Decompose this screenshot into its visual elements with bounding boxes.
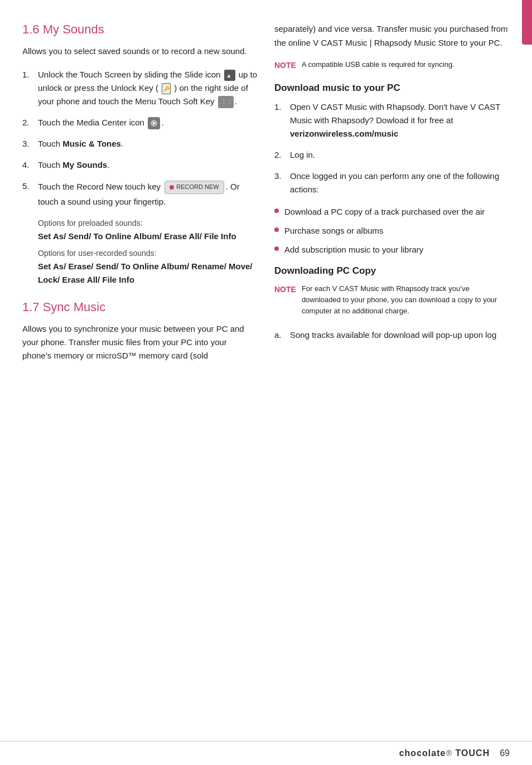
- final-step: a. Song tracks available for download wi…: [274, 328, 510, 342]
- step-1: 1. Unlock the Touch Screen by sliding th…: [22, 68, 258, 108]
- options-recorded-header: Options for user-recorded sounds:: [38, 249, 258, 258]
- step-1-num: 1.: [22, 68, 37, 81]
- bullet-text-2: Purchase songs or albums: [284, 224, 384, 238]
- note-box-2: NOTE For each V CAST Music with Rhapsody…: [274, 283, 510, 317]
- step-5-num: 5.: [22, 180, 37, 193]
- download-title: Download music to your PC: [274, 83, 510, 94]
- download-step-2: 2. Log in.: [274, 148, 510, 162]
- download-step-1: 1. Open V CAST Music with Rhapsody. Don'…: [274, 100, 510, 141]
- step-3-bold: Music & Tones: [62, 139, 121, 148]
- record-new-button[interactable]: RECORD NEW: [165, 181, 224, 194]
- download-step-1-content: Open V CAST Music with Rhapsody. Don't h…: [290, 100, 510, 141]
- right-intro: separately) and vice versa. Transfer mus…: [274, 22, 510, 50]
- note-2-text: For each V CAST Music with Rhapsody trac…: [302, 283, 510, 317]
- bullet-dot-1: [274, 209, 279, 213]
- step-4-bold: My Sounds: [62, 160, 107, 170]
- step-4-content: Touch My Sounds.: [38, 158, 258, 172]
- step-3-content: Touch Music & Tones.: [38, 137, 258, 151]
- bullet-item-3: Add subscription music to your library: [274, 243, 510, 256]
- bullet-list: Download a PC copy of a track purchased …: [274, 205, 510, 256]
- step-2-content: Touch the Media Center icon .: [38, 116, 258, 129]
- bullet-text-1: Download a PC copy of a track purchased …: [284, 205, 485, 219]
- step-5: 5. Touch the Record New touch key RECORD…: [22, 180, 258, 209]
- product-name: TOUCH: [456, 748, 490, 758]
- section-title-my-sounds: 1.6 My Sounds: [22, 22, 258, 37]
- final-step-text: Song tracks available for download will …: [290, 328, 496, 342]
- footer: chocolate® TOUCH 69: [0, 741, 532, 765]
- step-2: 2. Touch the Media Center icon .: [22, 116, 258, 129]
- note-box-1: NOTE A compatible USB cable is required …: [274, 59, 510, 72]
- slide-icon: [224, 70, 235, 81]
- final-step-letter: a.: [274, 328, 287, 342]
- section-intro-sync-music: Allows you to synchronize your music bet…: [22, 322, 258, 362]
- key-icon: 🔑: [162, 83, 171, 94]
- step-2-num: 2.: [22, 116, 37, 129]
- downloading-title: Downloading PC Copy: [274, 265, 510, 277]
- download-step-2-num: 2.: [274, 148, 289, 162]
- corner-tab: [522, 0, 532, 45]
- bullet-dot-3: [274, 246, 279, 251]
- step-4-num: 4.: [22, 158, 37, 172]
- section-title-sync-music: 1.7 Sync Music: [22, 300, 258, 314]
- options-preloaded-header: Options for preloaded sounds:: [38, 219, 258, 227]
- bullet-dot-2: [274, 227, 279, 232]
- bullet-text-3: Add subscription music to your library: [284, 243, 423, 256]
- download-step-2-content: Log in.: [290, 148, 510, 162]
- verizon-link: verizonwireless.com/music: [290, 129, 398, 138]
- steps-list: 1. Unlock the Touch Screen by sliding th…: [22, 68, 258, 209]
- download-step-1-num: 1.: [274, 100, 289, 114]
- footer-brand: chocolate® TOUCH: [399, 748, 490, 758]
- options-preloaded: Set As/ Send/ To Online Album/ Erase All…: [38, 230, 258, 243]
- media-center-icon: [148, 117, 160, 129]
- brand-name: chocolate: [399, 748, 446, 758]
- step-3-num: 3.: [22, 137, 37, 151]
- content-area: 1.6 My Sounds Allows you to select saved…: [0, 0, 532, 741]
- page-number: 69: [500, 748, 510, 758]
- download-step-3-num: 3.: [274, 170, 289, 183]
- section-intro-my-sounds: Allows you to select saved sounds or to …: [22, 45, 258, 58]
- step-1-content: Unlock the Touch Screen by sliding the S…: [38, 68, 258, 108]
- record-dot-icon: [170, 185, 174, 190]
- step-4: 4. Touch My Sounds.: [22, 158, 258, 172]
- download-step-3-content: Once logged in you can perform any one o…: [290, 170, 510, 196]
- note-2-label: NOTE: [274, 283, 296, 296]
- note-1-label: NOTE: [274, 59, 296, 72]
- note-1-text: A compatible USB cable is required for s…: [302, 59, 454, 70]
- page: 1.6 My Sounds Allows you to select saved…: [0, 0, 532, 765]
- left-column: 1.6 My Sounds Allows you to select saved…: [22, 22, 258, 730]
- bullet-item-2: Purchase songs or albums: [274, 224, 510, 238]
- download-step-3: 3. Once logged in you can perform any on…: [274, 170, 510, 196]
- right-column: separately) and vice versa. Transfer mus…: [274, 22, 510, 730]
- menu-icon: [218, 96, 234, 108]
- step-3: 3. Touch Music & Tones.: [22, 137, 258, 151]
- options-block: Options for preloaded sounds: Set As/ Se…: [38, 219, 258, 287]
- step-5-content: Touch the Record New touch key RECORD NE…: [38, 180, 258, 209]
- download-steps: 1. Open V CAST Music with Rhapsody. Don'…: [274, 100, 510, 196]
- bullet-item-1: Download a PC copy of a track purchased …: [274, 205, 510, 219]
- record-new-label: RECORD NEW: [176, 182, 219, 192]
- options-recorded: Set As/ Erase/ Send/ To Online Album/ Re…: [38, 260, 258, 287]
